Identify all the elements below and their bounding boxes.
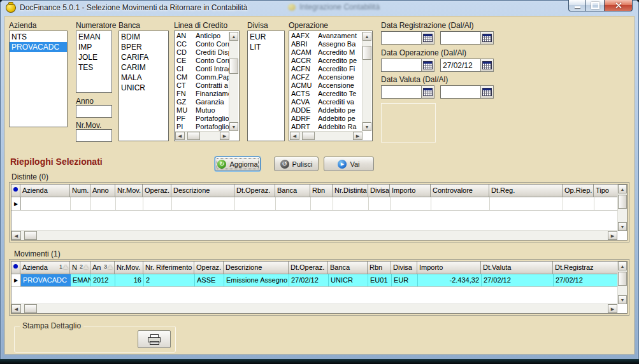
maximize-button[interactable] <box>586 0 604 11</box>
column-header[interactable]: Rbn <box>368 262 391 274</box>
scroll-thumb[interactable] <box>187 132 200 140</box>
linea-item[interactable]: GZGaranzia <box>175 98 229 106</box>
linea-item[interactable]: CIConti Intragr <box>175 65 229 73</box>
column-header[interactable]: Anno <box>90 185 115 197</box>
select-all-header[interactable] <box>11 185 20 197</box>
column-header[interactable]: Nr.Mov. <box>115 262 143 274</box>
scroll-up-icon[interactable]: ▲ <box>618 262 627 270</box>
divisa-item[interactable]: EUR <box>248 32 284 42</box>
calendar-button[interactable] <box>421 85 434 99</box>
operazione-horizontal-scrollbar[interactable]: ◀ ▶ <box>290 131 363 140</box>
close-button[interactable] <box>604 0 633 11</box>
azienda-item[interactable]: NTS <box>10 32 67 42</box>
banca-item[interactable]: MALA <box>119 73 168 83</box>
column-header[interactable]: Banca <box>328 262 368 274</box>
scroll-down-icon[interactable]: ▼ <box>363 122 371 131</box>
scroll-up-icon[interactable]: ▲ <box>618 185 627 193</box>
select-all-header[interactable] <box>11 262 20 274</box>
linea-item[interactable]: CCConto Corre <box>175 40 229 48</box>
calendar-button[interactable] <box>480 59 494 72</box>
scroll-up-icon[interactable]: ▲ <box>363 32 371 41</box>
divisa-item[interactable]: LIT <box>248 42 284 52</box>
data-operazione-dal-input[interactable] <box>381 59 421 72</box>
minimize-button[interactable] <box>568 0 586 11</box>
column-header[interactable]: Azienda1 <box>20 262 70 274</box>
column-header[interactable]: Dt.Valuta <box>481 262 553 274</box>
scroll-thumb[interactable] <box>363 46 371 60</box>
linea-item[interactable]: ANAnticipo <box>175 32 229 40</box>
linea-item[interactable]: CMComm.Pap <box>175 73 229 81</box>
column-header[interactable]: Rbn <box>310 185 333 197</box>
scroll-right-icon[interactable]: ▶ <box>608 304 617 313</box>
operazione-item[interactable]: ADDEAddebito pe <box>289 106 363 115</box>
banca-item[interactable]: CARIFA <box>119 52 168 62</box>
data-registrazione-dal-input[interactable] <box>381 31 421 45</box>
operazione-item[interactable]: ACAMAccredito M <box>289 48 363 57</box>
operazione-item[interactable]: ACFZAccensione <box>289 73 363 81</box>
column-header[interactable]: Importo <box>417 262 481 274</box>
column-header[interactable]: Nr. Riferimento <box>143 262 194 274</box>
column-header[interactable]: Operaz. <box>194 262 224 274</box>
scroll-left-icon[interactable]: ◀ <box>175 132 185 140</box>
operazione-item[interactable]: ADRTAddebito Ra <box>289 123 363 131</box>
numeratore-item[interactable]: IMP <box>76 42 111 52</box>
anno-input[interactable] <box>76 105 112 118</box>
vai-button[interactable]: ▶ Vai <box>324 157 374 171</box>
linea-vertical-scrollbar[interactable]: ▲ ▼ <box>229 32 238 131</box>
calendar-button[interactable] <box>480 85 494 99</box>
data-valuta-dal-input[interactable] <box>381 85 421 99</box>
column-header[interactable]: N2 <box>70 262 90 274</box>
numeratore-item[interactable]: TES <box>76 62 111 73</box>
scroll-thumb[interactable] <box>302 132 315 140</box>
scroll-up-icon[interactable]: ▲ <box>229 32 238 41</box>
column-header[interactable]: Importo <box>390 185 431 197</box>
column-header[interactable]: Controvalore <box>431 185 489 197</box>
operazione-vertical-scrollbar[interactable]: ▲ ▼ <box>362 32 371 131</box>
column-header[interactable]: An3 <box>90 262 115 274</box>
movimenti-horizontal-scrollbar[interactable]: ◀ ▶ <box>11 304 617 313</box>
linea-item[interactable]: CTContratti a <box>175 81 229 90</box>
column-header[interactable]: Divisa <box>391 262 417 274</box>
scroll-down-icon[interactable]: ▼ <box>618 222 627 231</box>
scroll-left-icon[interactable]: ◀ <box>290 132 299 140</box>
banca-item[interactable]: BDIM <box>119 32 168 42</box>
linea-horizontal-scrollbar[interactable]: ◀ ▶ <box>175 131 229 140</box>
column-header[interactable]: Descrizione <box>171 185 234 197</box>
scroll-thumb[interactable] <box>229 59 238 74</box>
linea-item[interactable]: PIPortafoglio <box>175 123 229 131</box>
operazione-item[interactable]: AAFXAvanzament <box>289 32 363 40</box>
operazione-item[interactable]: ACMUAccensione <box>289 81 363 90</box>
pulisci-button[interactable]: ↺ Pulisci <box>274 157 319 171</box>
distinte-horizontal-scrollbar[interactable]: ◀ ▶ <box>11 230 617 240</box>
calendar-button[interactable] <box>421 59 434 72</box>
scroll-thumb[interactable] <box>618 195 627 209</box>
scroll-left-icon[interactable]: ◀ <box>11 231 21 240</box>
column-header[interactable]: Dt.Registraz <box>553 262 618 274</box>
scroll-thumb[interactable] <box>24 231 37 240</box>
column-header[interactable]: Divisa <box>368 185 390 197</box>
column-header[interactable]: Dt.Operaz. <box>234 185 275 197</box>
operazione-item[interactable]: ABRIAssegno Ba <box>289 40 363 48</box>
scroll-thumb[interactable] <box>24 304 37 313</box>
scroll-right-icon[interactable]: ▶ <box>353 132 363 140</box>
banca-item[interactable]: UNICR <box>119 83 168 93</box>
column-header[interactable]: Nr.Mov. <box>115 185 143 197</box>
column-header[interactable]: Operaz. <box>143 185 171 197</box>
column-header[interactable]: Dt.Reg. <box>489 185 563 197</box>
scroll-left-icon[interactable]: ◀ <box>11 304 21 313</box>
column-header[interactable]: Dt.Operaz. <box>289 262 328 274</box>
column-header[interactable]: Banca <box>275 185 310 197</box>
linea-item[interactable]: CDCrediti Dispo <box>175 48 229 57</box>
scroll-down-icon[interactable]: ▼ <box>618 295 627 304</box>
print-button[interactable] <box>138 330 171 348</box>
operazione-item[interactable]: ACTSAccredito Te <box>289 90 363 98</box>
column-header[interactable]: Num. <box>70 185 90 197</box>
scroll-thumb[interactable] <box>618 272 627 286</box>
distinte-vertical-scrollbar[interactable]: ▲ ▼ <box>617 185 627 231</box>
movimenti-vertical-scrollbar[interactable]: ▲ ▼ <box>617 262 627 304</box>
linea-item[interactable]: FNFinanziame <box>175 90 229 98</box>
linea-item[interactable]: MUMutuo <box>175 106 229 115</box>
column-header[interactable]: Op.Riep. <box>563 185 594 197</box>
operazione-item[interactable]: ACCRAccredito pe <box>289 57 363 65</box>
movimenti-row[interactable]: ▶ PROVACADC EMAN 2012 16 2 ASSE Emission… <box>11 274 618 287</box>
